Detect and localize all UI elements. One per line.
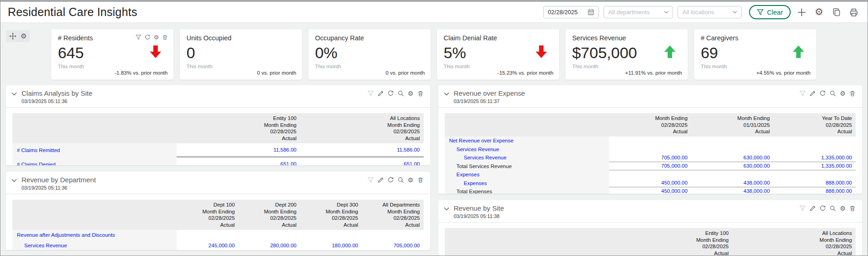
cell-value[interactable]: 705,000.00: [609, 163, 691, 169]
settings-icon[interactable]: ⚙: [840, 90, 846, 97]
row-label[interactable]: Expenses: [445, 179, 609, 188]
kpi-period-label: This month: [572, 64, 681, 69]
row-label[interactable]: # Claims Remitted: [12, 143, 177, 158]
cell-value[interactable]: 280,000.00: [238, 243, 300, 248]
page-title: Residential Care Insights: [8, 5, 137, 19]
cell-value[interactable]: 11,586.00: [177, 147, 300, 153]
collapse-chevron-icon[interactable]: [11, 179, 17, 182]
filter-icon[interactable]: [367, 177, 374, 183]
kpi-card[interactable]: # Caregivers 69 This month +4.55% vs. pr…: [694, 29, 816, 80]
delete-icon[interactable]: [849, 90, 856, 97]
kpi-title: Occupancy Rate: [315, 34, 424, 42]
cell-value[interactable]: 651.00: [177, 161, 300, 165]
kpi-card[interactable]: Services Revenue $705,000 This month +11…: [566, 29, 688, 80]
delete-icon[interactable]: [849, 205, 856, 212]
filter-icon[interactable]: [799, 90, 806, 97]
settings-gear-icon[interactable]: ⚙: [813, 6, 825, 19]
move-icon[interactable]: [9, 33, 16, 40]
panel-toolbar: ⚙: [799, 89, 856, 97]
refresh-icon[interactable]: [819, 90, 826, 97]
report-table-header: Entity 100Month Ending02/28/2025ActualAl…: [12, 113, 424, 143]
kpi-cards: # Residents ⚙ 645 This month -1.83% vs. …: [51, 29, 816, 80]
cell-value[interactable]: 245,000.00: [177, 243, 238, 248]
row-label[interactable]: # Claims Denied: [12, 158, 177, 165]
row-label[interactable]: Services Revenue: [445, 153, 609, 162]
search-icon[interactable]: [398, 177, 404, 183]
settings-icon[interactable]: ⚙: [154, 34, 159, 40]
panel-toolbar: ⚙: [367, 89, 424, 97]
column-header: All LocationsMonth Ending02/28/2025Actua…: [732, 230, 856, 256]
kpi-card[interactable]: Claim Denial Rate 5% This month -15.23% …: [437, 29, 559, 80]
cell-value[interactable]: 651.00: [300, 161, 424, 165]
kpi-card[interactable]: Occupancy Rate 0% This month 0 vs. prior…: [308, 29, 431, 80]
report-table: Month Ending02/28/2025ActualMonth Ending…: [445, 113, 856, 194]
add-widget-icon[interactable]: [795, 6, 808, 19]
cell-value[interactable]: 1,335,000.00: [773, 155, 856, 160]
kpi-card-toolbar: ⚙: [135, 34, 168, 40]
settings-icon[interactable]: ⚙: [408, 90, 414, 97]
print-icon[interactable]: [847, 6, 860, 19]
date-filter-input[interactable]: 02/28/2025: [543, 6, 599, 18]
delete-icon[interactable]: [417, 90, 424, 97]
panel-title: Revenue by Department: [22, 176, 96, 184]
table-row: Net Revenue over Expense: [445, 136, 856, 145]
kpi-strip: ⚙ # Residents ⚙ 645 This month -1.83% vs…: [6, 29, 862, 80]
cell-value[interactable]: 888,000.00: [773, 188, 856, 194]
row-label[interactable]: Services Revenue: [12, 240, 177, 250]
cell-value[interactable]: 888,000.00: [773, 180, 856, 185]
cell-value[interactable]: 1,335,000.00: [773, 163, 856, 169]
edit-icon[interactable]: [809, 205, 816, 212]
departments-select[interactable]: All departments: [604, 6, 673, 18]
kpi-card[interactable]: # Residents ⚙ 645 This month -1.83% vs. …: [51, 29, 173, 80]
row-label[interactable]: Revenue after Adjustments and Discounts: [12, 230, 177, 240]
kpi-change-label: -1.83% vs. prior month: [115, 70, 168, 76]
refresh-icon[interactable]: [145, 34, 151, 40]
edit-icon[interactable]: [377, 90, 384, 97]
filter-icon[interactable]: [799, 205, 806, 212]
app-window: Residential Care Insights 02/28/2025 All…: [0, 0, 868, 256]
panel-timestamp: 03/19/2025 05:11:38: [454, 213, 504, 219]
refresh-icon[interactable]: [388, 90, 394, 97]
cell-value[interactable]: 705,000.00: [609, 155, 691, 160]
kpi-card[interactable]: Units Occupied 0 This month 0 vs. prior …: [180, 29, 302, 80]
copy-icon[interactable]: [830, 6, 843, 19]
locations-select[interactable]: All locations: [678, 6, 742, 18]
cell-value[interactable]: 450,000.00: [609, 188, 691, 194]
kpi-change-label: -15.23% vs. prior month: [497, 70, 553, 76]
cell-value[interactable]: 438,000.00: [691, 180, 774, 185]
panels-right-column: Revenue over Expense 03/19/2025 05:11:37…: [438, 85, 863, 256]
delete-icon[interactable]: [417, 177, 424, 183]
row-label[interactable]: Expenses: [445, 170, 609, 179]
settings-icon[interactable]: ⚙: [840, 205, 846, 212]
delete-icon[interactable]: [162, 34, 168, 40]
collapse-chevron-icon[interactable]: [11, 92, 17, 96]
clear-filters-button[interactable]: Clear: [749, 5, 791, 19]
report-table: Entity 100Month Ending02/28/2025ActualAl…: [12, 113, 424, 165]
gear-icon[interactable]: ⚙: [21, 33, 27, 40]
cell-value[interactable]: 705,000.00: [362, 243, 424, 248]
edit-icon[interactable]: [377, 177, 384, 183]
cell-value[interactable]: 438,000.00: [691, 188, 774, 194]
cell-value[interactable]: 630,000.00: [691, 155, 774, 160]
calendar-icon[interactable]: [588, 9, 594, 16]
edit-icon[interactable]: [809, 90, 816, 97]
table-row: Expenses: [445, 170, 856, 179]
collapse-chevron-icon[interactable]: [444, 92, 449, 96]
search-icon[interactable]: [830, 90, 836, 97]
cell-value[interactable]: 450,000.00: [609, 180, 691, 185]
row-label[interactable]: Net Revenue over Expense: [445, 136, 609, 145]
cell-value[interactable]: 180,000.00: [300, 243, 362, 248]
refresh-icon[interactable]: [388, 177, 394, 183]
cell-value[interactable]: 630,000.00: [691, 163, 774, 169]
cell-value[interactable]: 11,586.00: [300, 147, 424, 153]
search-icon[interactable]: [398, 90, 404, 97]
search-icon[interactable]: [830, 205, 836, 212]
panel-timestamp: 03/19/2025 05:11:36: [22, 98, 92, 104]
filter-icon[interactable]: [135, 34, 141, 40]
collapse-chevron-icon[interactable]: [444, 207, 449, 211]
row-label[interactable]: Services Revenue: [445, 145, 609, 154]
filter-icon[interactable]: [367, 90, 374, 97]
refresh-icon[interactable]: [819, 205, 826, 212]
kpi-period-label: This month: [443, 64, 553, 69]
settings-icon[interactable]: ⚙: [408, 177, 414, 183]
